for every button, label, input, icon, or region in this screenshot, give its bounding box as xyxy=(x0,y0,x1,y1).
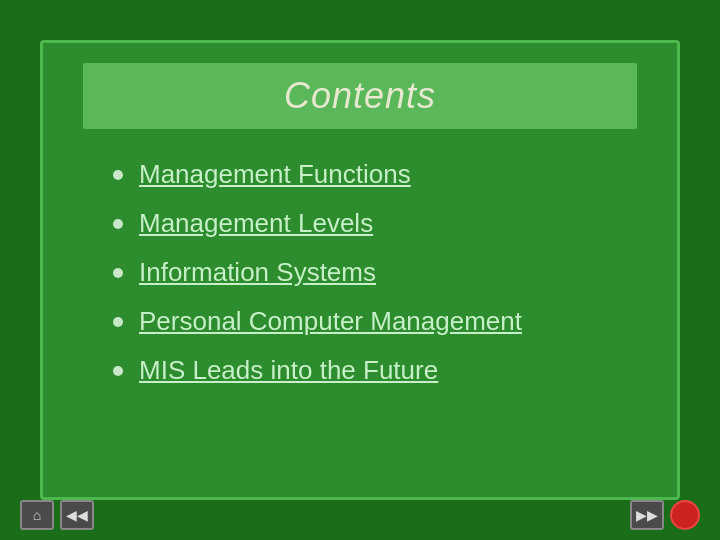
menu-link-mis-leads[interactable]: MIS Leads into the Future xyxy=(139,355,438,386)
slide-container: Contents Management FunctionsManagement … xyxy=(0,0,720,540)
list-item: Information Systems xyxy=(113,257,637,288)
home-button[interactable]: ⌂ xyxy=(20,500,54,530)
list-item: Management Functions xyxy=(113,159,637,190)
list-item: Personal Computer Management xyxy=(113,306,637,337)
bullet-icon xyxy=(113,219,123,229)
menu-link-management-levels[interactable]: Management Levels xyxy=(139,208,373,239)
nav-bar: ⌂ ◀◀ ▶▶ xyxy=(10,500,710,530)
bullet-icon xyxy=(113,366,123,376)
home-icon: ⌂ xyxy=(33,507,41,523)
back-icon: ◀◀ xyxy=(66,507,88,523)
list-item: Management Levels xyxy=(113,208,637,239)
slide-title: Contents xyxy=(284,75,436,116)
title-bar: Contents xyxy=(83,63,637,129)
bullet-icon xyxy=(113,317,123,327)
forward-icon: ▶▶ xyxy=(636,507,658,523)
nav-right: ▶▶ xyxy=(630,500,700,530)
nav-left: ⌂ ◀◀ xyxy=(20,500,94,530)
stop-button[interactable] xyxy=(670,500,700,530)
contents-list: Management FunctionsManagement LevelsInf… xyxy=(83,159,637,404)
menu-link-personal-computer-management[interactable]: Personal Computer Management xyxy=(139,306,522,337)
forward-button[interactable]: ▶▶ xyxy=(630,500,664,530)
list-item: MIS Leads into the Future xyxy=(113,355,637,386)
bullet-icon xyxy=(113,170,123,180)
back-button[interactable]: ◀◀ xyxy=(60,500,94,530)
bullet-icon xyxy=(113,268,123,278)
menu-link-information-systems[interactable]: Information Systems xyxy=(139,257,376,288)
menu-link-management-functions[interactable]: Management Functions xyxy=(139,159,411,190)
content-box: Contents Management FunctionsManagement … xyxy=(40,40,680,500)
